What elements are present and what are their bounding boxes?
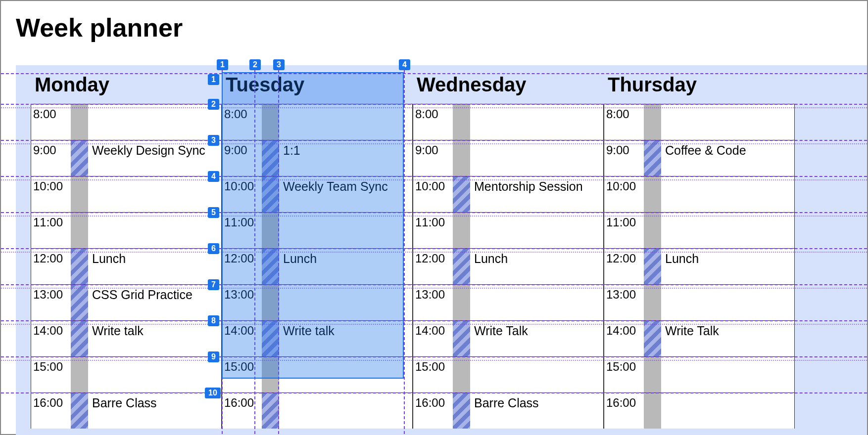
time-slot[interactable]: 9:00 (413, 140, 604, 176)
time-slot[interactable]: 9:001:1 (222, 140, 413, 176)
grid-guide-horizontal (1, 140, 867, 141)
time-slot[interactable]: 11:00 (222, 212, 413, 248)
availability-bar (644, 176, 661, 212)
time-slot[interactable]: 12:00Lunch (222, 248, 413, 284)
day-column-wednesday: Wednesday 8:00 9:00 10:00Mentorship Sess… (413, 65, 604, 429)
availability-bar (644, 249, 661, 284)
time-slot[interactable]: 9:00Coffee & Code (604, 140, 795, 176)
time-slot[interactable]: 16:00 (222, 392, 413, 429)
event-name (88, 213, 221, 248)
day-column-tuesday: Tuesday 8:00 9:001:1 10:00Weekly Team Sy… (222, 65, 413, 429)
week-planner-window: Week planner Monday 8:00 9:00Weekly Desi… (0, 0, 868, 435)
time-slot[interactable]: 14:00Write talk (222, 320, 413, 356)
time-slot[interactable]: 13:00 (413, 284, 604, 320)
event-name (279, 357, 412, 392)
grid-row-badge: 2 (208, 99, 219, 110)
event-name: Write talk (88, 321, 221, 356)
availability-bar (262, 176, 279, 212)
event-name (470, 140, 603, 176)
event-name: Write Talk (470, 321, 603, 356)
grid-guide-thin (1, 360, 867, 361)
time-slot[interactable]: 16:00 (604, 392, 795, 429)
time-slot[interactable]: 8:00 (31, 104, 222, 140)
time-slot[interactable]: 10:00Mentorship Session (413, 176, 604, 212)
time-label: 8:00 (222, 104, 262, 140)
time-slot[interactable]: 8:00 (604, 104, 795, 140)
time-slot[interactable]: 12:00Lunch (604, 248, 795, 284)
time-slot[interactable]: 9:00Weekly Design Sync (31, 140, 222, 176)
event-name (470, 357, 603, 392)
time-slot[interactable]: 16:00Barre Class (31, 392, 222, 429)
event-name (661, 104, 794, 140)
time-slot[interactable]: 13:00 (604, 284, 795, 320)
availability-bar (453, 321, 470, 356)
time-slot[interactable]: 15:00 (604, 356, 795, 392)
time-slot[interactable]: 10:00 (604, 176, 795, 212)
grid-guide-vertical (222, 65, 223, 434)
time-slot[interactable]: 13:00CSS Grid Practice (31, 284, 222, 320)
time-label: 10:00 (222, 176, 262, 212)
time-slot[interactable]: 13:00 (222, 284, 413, 320)
time-slot[interactable]: 11:00 (604, 212, 795, 248)
availability-bar (453, 285, 470, 320)
availability-bar (453, 176, 470, 212)
time-slot[interactable]: 10:00 (31, 176, 222, 212)
grid-col-badge: 3 (273, 59, 285, 70)
grid-guide-vertical (254, 65, 255, 434)
event-name (661, 393, 794, 429)
time-label: 11:00 (222, 213, 262, 248)
time-slot[interactable]: 8:00 (222, 104, 413, 140)
event-name (88, 104, 221, 140)
time-label: 11:00 (31, 213, 71, 248)
grid-guide-horizontal (1, 320, 867, 321)
time-label: 8:00 (413, 104, 453, 140)
time-label: 9:00 (222, 140, 262, 176)
day-column-monday: Monday 8:00 9:00Weekly Design Sync 10:00… (31, 65, 222, 429)
event-name (470, 285, 603, 320)
availability-bar (262, 104, 279, 140)
page-title: Week planner (1, 1, 867, 54)
time-slot[interactable]: 15:00 (413, 356, 604, 392)
availability-bar (71, 321, 88, 356)
time-label: 12:00 (31, 249, 71, 284)
grid-row-badge: 8 (208, 315, 219, 326)
day-header: Monday (31, 65, 222, 104)
time-slot[interactable]: 10:00Weekly Team Sync (222, 176, 413, 212)
availability-bar (71, 285, 88, 320)
availability-bar (644, 104, 661, 140)
time-slot[interactable]: 14:00Write talk (31, 320, 222, 356)
time-label: 16:00 (31, 393, 71, 429)
availability-bar (262, 140, 279, 176)
grid-guide-thin (1, 324, 867, 325)
time-label: 8:00 (31, 104, 71, 140)
time-slot[interactable]: 14:00Write Talk (413, 320, 604, 356)
grid-guide-thin (1, 252, 867, 253)
time-slot[interactable]: 12:00Lunch (413, 248, 604, 284)
time-label: 13:00 (413, 285, 453, 320)
time-slot[interactable]: 16:00Barre Class (413, 392, 604, 429)
time-label: 11:00 (604, 213, 644, 248)
time-label: 16:00 (222, 393, 262, 429)
time-label: 15:00 (31, 357, 71, 392)
day-column-thursday: Thursday 8:00 9:00Coffee & Code 10:00 11… (604, 65, 795, 429)
availability-bar (644, 213, 661, 248)
time-label: 14:00 (413, 321, 453, 356)
event-name (279, 104, 412, 140)
time-slot[interactable]: 12:00Lunch (31, 248, 222, 284)
grid-guide-vertical (404, 65, 405, 434)
time-slot[interactable]: 15:00 (31, 356, 222, 392)
time-slot[interactable]: 14:00Write Talk (604, 320, 795, 356)
time-label: 9:00 (413, 140, 453, 176)
day-header: Thursday (604, 65, 795, 104)
time-slot[interactable]: 11:00 (31, 212, 222, 248)
grid-row-badge: 5 (208, 207, 219, 218)
time-label: 16:00 (604, 393, 644, 429)
availability-bar (453, 213, 470, 248)
event-name: Barre Class (88, 393, 221, 429)
time-slot[interactable]: 11:00 (413, 212, 604, 248)
time-label: 13:00 (31, 285, 71, 320)
time-slot[interactable]: 8:00 (413, 104, 604, 140)
event-name (470, 213, 603, 248)
time-slot[interactable]: 15:00 (222, 356, 413, 392)
availability-bar (644, 321, 661, 356)
